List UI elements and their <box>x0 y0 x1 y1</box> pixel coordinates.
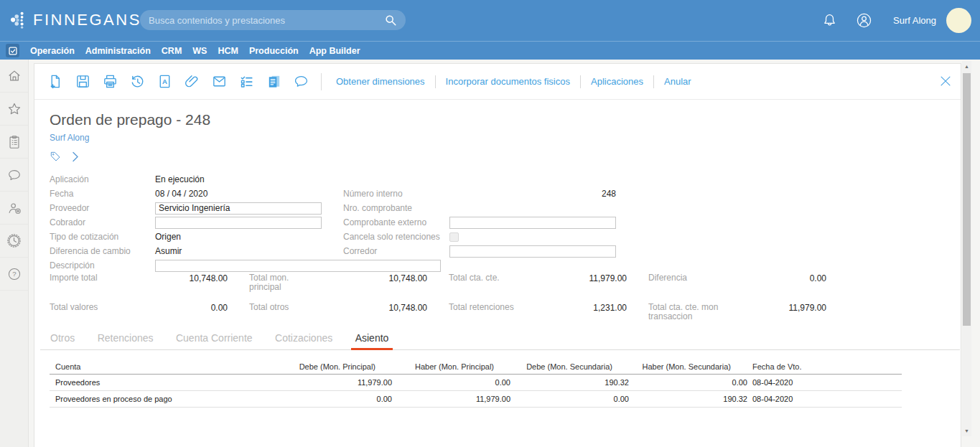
cancela-retenciones-checkbox[interactable] <box>449 232 459 242</box>
cell-fecha-vto: 08-04-2020 <box>747 375 902 391</box>
top-right-actions: Surf Along <box>821 0 971 41</box>
scroll-up-arrow[interactable]: ▲ <box>962 64 971 69</box>
vertical-scrollbar[interactable]: ▲ ▼ <box>962 61 971 436</box>
page-title: Orden de prepago - 248 <box>50 111 210 128</box>
cell-cuenta: Proveedores en proceso de pago <box>50 391 274 408</box>
add-user-icon[interactable] <box>0 192 28 225</box>
notifications-bell-icon[interactable] <box>821 12 838 29</box>
cell-debe-principal: 11,979.00 <box>274 375 392 391</box>
cell-debe-secundaria: 190.32 <box>510 375 629 391</box>
document-panel: A <box>34 63 961 447</box>
obtener-dimensiones-link[interactable]: Obtener dimensiones <box>336 76 425 87</box>
user-profile-icon[interactable] <box>855 11 873 29</box>
total-value: 10,748.00 <box>321 303 427 324</box>
search-icon[interactable] <box>384 14 397 27</box>
menu-item-crm[interactable]: CRM <box>162 46 182 56</box>
comprobante-externo-input[interactable] <box>449 217 616 229</box>
home-icon[interactable] <box>0 60 28 93</box>
save-icon[interactable] <box>74 73 91 90</box>
cell-haber-secundaria: 190.32 <box>629 391 747 408</box>
incorporar-documentos-link[interactable]: Incorporar documentos fisicos <box>446 76 570 87</box>
svg-text:A: A <box>162 77 167 85</box>
copy-document-icon[interactable] <box>265 73 282 90</box>
new-document-icon[interactable] <box>47 73 64 90</box>
detail-tabs: Otros Retenciones Cuenta Corriente Cotiz… <box>40 326 960 350</box>
tab-asiento[interactable]: Asiento <box>354 326 391 349</box>
proveedor-input[interactable] <box>155 202 322 215</box>
field-value: 08 / 04 / 2020 <box>155 189 207 199</box>
field-nro-comprobante: Nro. comprobante <box>343 201 659 215</box>
column-header: Haber (Mon. Secundaria) <box>629 359 747 375</box>
tab-cuenta-corriente[interactable]: Cuenta Corriente <box>174 326 254 349</box>
avatar[interactable] <box>946 8 971 33</box>
field-label: Descripción <box>50 260 155 270</box>
menu-item-hcm[interactable]: HCM <box>218 46 238 56</box>
owner-link[interactable]: Surf Along <box>50 133 89 143</box>
print-icon[interactable] <box>101 73 118 90</box>
checkbox-menu-icon[interactable] <box>6 44 19 57</box>
chevron-right-icon[interactable] <box>72 151 79 162</box>
document-a-icon[interactable]: A <box>156 73 173 90</box>
field-corredor: Corredor <box>343 244 659 258</box>
tab-cotizaciones[interactable]: Cotizaciones <box>274 326 334 349</box>
field-label: Comprobante externo <box>343 217 449 227</box>
total-valores: Total valores 0.00 <box>50 303 249 324</box>
total-cta-cte: Total cta. cte. 11,979.00 <box>449 273 648 295</box>
cell-haber-secundaria: 0.00 <box>629 375 747 391</box>
user-name[interactable]: Surf Along <box>893 15 936 26</box>
history-icon[interactable] <box>129 73 146 90</box>
total-value: 11,979.00 <box>720 303 826 324</box>
total-otros: Total otros 10,748.00 <box>249 303 449 324</box>
search-input[interactable] <box>149 15 384 26</box>
field-aplicacion: Aplicación En ejecución <box>50 172 441 187</box>
table-row[interactable]: Proveedores en proceso de pago 0.00 11,9… <box>50 391 902 408</box>
attachment-icon[interactable] <box>183 73 200 90</box>
top-bar: FINNEGANS Surf Along <box>0 0 980 41</box>
menu-item-operacion[interactable]: Operación <box>30 46 75 56</box>
total-label: Total mon. principal <box>249 273 321 295</box>
clock-icon[interactable] <box>0 225 28 258</box>
comment-icon[interactable] <box>292 73 309 90</box>
tab-retenciones[interactable]: Retenciones <box>96 326 155 349</box>
close-icon[interactable] <box>938 73 953 89</box>
descripcion-input[interactable] <box>155 260 441 272</box>
left-sidebar: ? <box>0 60 29 447</box>
total-cta-cte-mon-transaccion: Total cta. cte. mon transaccion 11,979.0… <box>648 303 848 324</box>
column-header: Debe (Mon. Principal) <box>274 359 392 375</box>
field-value: 248 <box>449 189 616 199</box>
finnegans-logo[interactable]: FINNEGANS <box>10 9 141 31</box>
scrollbar-thumb[interactable] <box>963 73 971 326</box>
cell-fecha-vto: 08-04-2020 <box>747 391 902 408</box>
help-icon[interactable]: ? <box>0 258 28 291</box>
menu-item-ws[interactable]: WS <box>192 46 207 56</box>
field-label: Tipo de cotización <box>50 232 155 242</box>
total-label: Importe total <box>50 273 121 295</box>
tag-icon[interactable] <box>50 151 61 162</box>
tasks-clipboard-icon[interactable] <box>0 126 28 159</box>
menu-item-produccion[interactable]: Producción <box>249 46 299 56</box>
table-header-row: Cuenta Debe (Mon. Principal) Haber (Mon.… <box>50 359 902 375</box>
scroll-down-arrow[interactable]: ▼ <box>962 428 971 433</box>
cobrador-input[interactable] <box>155 217 322 229</box>
menu-item-app-builder[interactable]: App Builder <box>309 46 360 56</box>
aplicaciones-link[interactable]: Aplicaciones <box>591 76 643 87</box>
toolbar-divider <box>653 75 654 88</box>
total-label: Total valores <box>50 303 121 324</box>
column-header: Fecha de Vto. <box>747 359 902 375</box>
total-importe-total: Importe total 10,748.00 <box>50 273 249 295</box>
total-label: Total otros <box>249 303 321 324</box>
anular-link[interactable]: Anular <box>664 76 691 87</box>
total-value: 11,979.00 <box>521 273 627 295</box>
field-descripcion: Descripción <box>50 258 441 273</box>
mail-icon[interactable] <box>210 73 228 90</box>
star-icon[interactable] <box>0 93 28 126</box>
chat-icon[interactable] <box>0 159 28 192</box>
corredor-input[interactable] <box>449 245 616 258</box>
field-label: Nro. comprobante <box>343 203 449 213</box>
document-toolbar: A <box>34 64 961 100</box>
menu-item-administracion[interactable]: Administración <box>85 46 151 56</box>
total-value: 10,748.00 <box>321 273 427 295</box>
table-row[interactable]: Proveedores 11,979.00 0.00 190.32 0.00 0… <box>50 375 902 391</box>
checklist-icon[interactable] <box>238 73 255 90</box>
tab-otros[interactable]: Otros <box>49 326 76 349</box>
